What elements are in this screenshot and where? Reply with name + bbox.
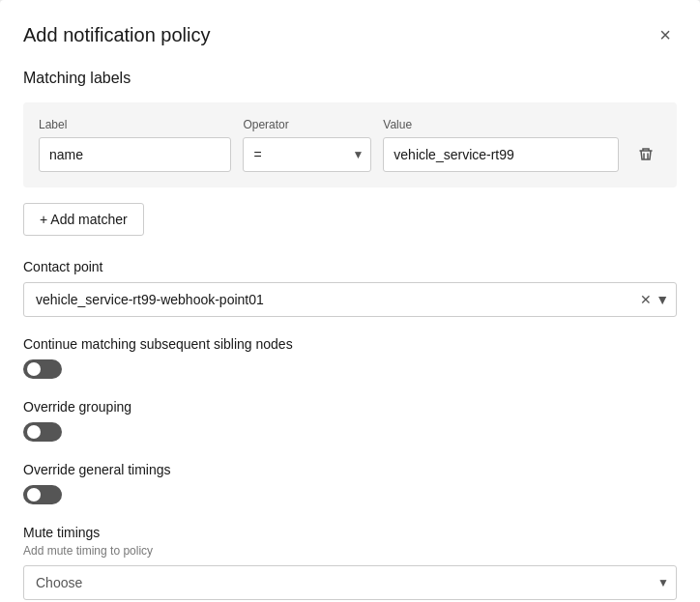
label-field-group: Label bbox=[39, 118, 231, 172]
matching-labels-title: Matching labels bbox=[23, 70, 677, 87]
continue-matching-toggle[interactable] bbox=[23, 359, 62, 379]
delete-icon bbox=[638, 147, 654, 162]
delete-matcher-button[interactable] bbox=[630, 137, 661, 172]
operator-select[interactable]: = != =~ !~ bbox=[243, 137, 371, 172]
contact-point-label: Contact point bbox=[23, 259, 677, 274]
override-grouping-row: Override grouping bbox=[23, 399, 677, 444]
matcher-row: Label Operator = != =~ !~ ▼ Value bbox=[39, 118, 661, 172]
value-field-group: Value bbox=[383, 118, 619, 172]
operator-col-header: Operator bbox=[243, 118, 371, 131]
mute-timings-select-wrapper: Choose ▼ bbox=[23, 565, 677, 600]
contact-point-actions: ✕ ▼ bbox=[640, 292, 669, 307]
contact-point-clear-icon[interactable]: ✕ bbox=[640, 292, 652, 307]
value-col-header: Value bbox=[383, 118, 619, 131]
label-input[interactable] bbox=[39, 137, 231, 172]
dialog-header: Add notification policy × bbox=[23, 23, 677, 46]
continue-matching-label: Continue matching subsequent sibling nod… bbox=[23, 336, 677, 352]
dialog-title: Add notification policy bbox=[23, 24, 210, 46]
add-notification-policy-dialog: Add notification policy × Matching label… bbox=[0, 0, 700, 602]
contact-point-chevron-icon: ▼ bbox=[656, 292, 669, 307]
label-col-header: Label bbox=[39, 118, 231, 131]
close-button[interactable]: × bbox=[654, 23, 677, 46]
add-matcher-button[interactable]: + Add matcher bbox=[23, 203, 144, 236]
mute-timings-hint: Add mute timing to policy bbox=[23, 544, 677, 558]
contact-point-input[interactable] bbox=[23, 282, 677, 317]
continue-matching-row: Continue matching subsequent sibling nod… bbox=[23, 336, 677, 382]
value-input[interactable] bbox=[383, 137, 619, 172]
operator-field-group: Operator = != =~ !~ ▼ bbox=[243, 118, 371, 172]
matcher-container: Label Operator = != =~ !~ ▼ Value bbox=[23, 102, 677, 187]
operator-select-wrapper: = != =~ !~ ▼ bbox=[243, 137, 371, 172]
override-timings-row: Override general timings bbox=[23, 462, 677, 507]
contact-point-field: Contact point ✕ ▼ bbox=[23, 259, 677, 317]
mute-timings-field: Mute timings Add mute timing to policy C… bbox=[23, 525, 677, 600]
override-grouping-toggle[interactable] bbox=[23, 422, 62, 442]
override-timings-label: Override general timings bbox=[23, 462, 677, 477]
override-timings-toggle[interactable] bbox=[23, 485, 62, 504]
mute-timings-label: Mute timings bbox=[23, 525, 677, 540]
override-grouping-label: Override grouping bbox=[23, 399, 677, 415]
contact-point-wrapper: ✕ ▼ bbox=[23, 282, 677, 317]
mute-timings-select[interactable]: Choose bbox=[23, 565, 677, 600]
